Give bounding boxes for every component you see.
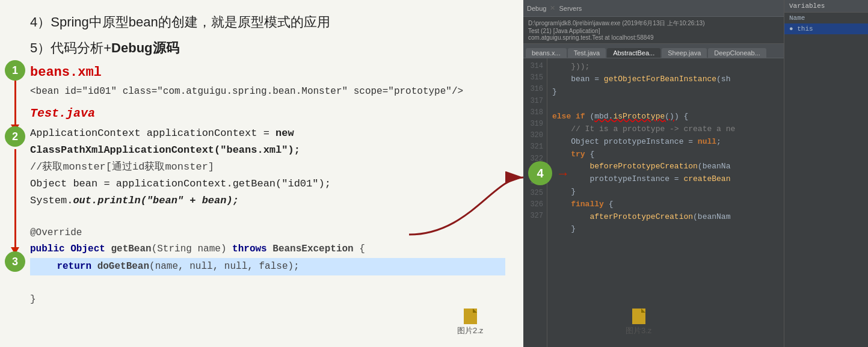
img3-icon: [632, 309, 645, 324]
servers-label: Servers: [559, 5, 582, 12]
img3-text: 图片3.z: [626, 325, 651, 336]
debug-label: Debug: [527, 5, 546, 12]
step-3-circle: 3: [5, 251, 25, 272]
code-line-2: ClassPathXmlApplicationContext("beans.xm…: [30, 142, 505, 159]
sep-1: ✕: [550, 4, 555, 12]
code-line-1: ApplicationContext applicationContext = …: [30, 125, 505, 142]
test-java-label: Test.java: [30, 106, 505, 120]
step-2-circle: 2: [5, 126, 25, 147]
return-line: return doGetBean(name, null, null, false…: [30, 258, 505, 275]
tab-deepclone[interactable]: DeepCloneab...: [708, 48, 766, 58]
main-container: 1 2 3 4）Spring中原型bean的创建，就是原型模式的应用 5）代码分…: [0, 0, 868, 347]
img2-label: 图片2.z: [457, 309, 483, 336]
step-1-circle: 1: [5, 60, 25, 81]
ide-code-area: 314 315 316 317 318 319 320 321 322 323 …: [523, 58, 868, 347]
override-code: @Override public Object getBean(String n…: [30, 225, 505, 308]
beans-xml-label: beans.xml: [30, 65, 505, 80]
right-panel: Debug ✕ Servers Variables ⇄ D:\program\j…: [523, 0, 868, 347]
tab-beans[interactable]: beans.x...: [526, 48, 567, 58]
step2-code-block: ApplicationContext applicationContext = …: [30, 125, 505, 209]
point-5-text: 5）代码分析+Debug源码: [30, 38, 505, 58]
point-5-suffix: Debug源码: [111, 40, 179, 55]
xml-code-line: <bean id="id01" class="com.atguigu.sprin…: [30, 86, 505, 97]
step3-code-block: @Override public Object getBean(String n…: [30, 225, 505, 308]
public-kw: public Object getBean(String name) throw…: [30, 244, 365, 254]
arrow-2: [14, 149, 16, 248]
point-4-text: 4）Spring中原型bean的创建，就是原型模式的应用: [30, 12, 505, 32]
img3-label: 图片3.z: [626, 309, 651, 336]
point-5-prefix: 5）代码分析+: [30, 40, 111, 55]
arrow-1: [14, 81, 16, 126]
tab-testjava[interactable]: Test.java: [568, 48, 606, 58]
closing-brace: }: [30, 294, 36, 305]
tab-abstractbea[interactable]: AbstractBea...: [607, 48, 660, 58]
line-numbers: 314 315 316 317 318 319 320 321 322 323 …: [523, 58, 547, 347]
keyword-new: new: [275, 127, 294, 139]
tab-sheepjava[interactable]: Sheep.java: [662, 48, 707, 58]
class-name: ClassPathXmlApplicationContext("beans.xm…: [30, 144, 300, 156]
step-4-circle: 4: [528, 161, 552, 185]
code-line-5: System.out.println("bean" + bean);: [30, 192, 505, 209]
img2-text: 图片2.z: [457, 325, 483, 336]
code-line-3: //获取monster[通过id获取monster]: [30, 159, 505, 176]
img2-icon: [464, 309, 477, 324]
ide-panel: Debug ✕ Servers Variables ⇄ D:\program\j…: [523, 0, 868, 347]
system-out: out.println("bean" + bean);: [73, 195, 238, 206]
at-override: @Override: [30, 227, 82, 238]
code-line-4: Object bean = applicationContext.getBean…: [30, 176, 505, 192]
variables-panel: Variables Name ● this: [784, 58, 868, 347]
left-panel: 1 2 3 4）Spring中原型bean的创建，就是原型模式的应用 5）代码分…: [0, 0, 523, 347]
right-arrow-indicator: →: [556, 166, 570, 182]
comment-1: //获取monster[通过id获取monster]: [30, 161, 214, 173]
